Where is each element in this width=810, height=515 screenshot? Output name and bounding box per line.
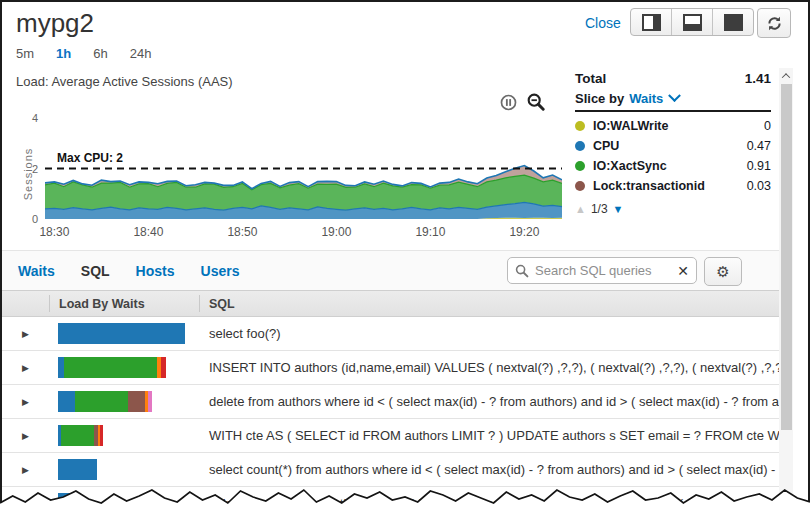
total-label: Total	[575, 71, 606, 86]
legend-item-value: 0	[764, 119, 771, 133]
pause-refresh-icon[interactable]	[500, 94, 517, 111]
row-expander-icon[interactable]: ▶	[2, 397, 49, 407]
load-bar-segment	[161, 357, 166, 378]
time-range-5m[interactable]: 5m	[16, 46, 34, 61]
x-tick-18:40: 18:40	[133, 225, 163, 239]
search-input[interactable]	[533, 262, 677, 279]
clear-search-icon[interactable]: ✕	[677, 264, 689, 278]
legend-item[interactable]: IO:XactSync0.91	[575, 156, 771, 176]
sql-text: delete from authors where id < ( select …	[199, 394, 779, 409]
y-tick-2: 2	[12, 163, 38, 175]
slice-by-label: Slice by	[575, 91, 624, 106]
legend-panel: Total 1.41 Slice by Waits IO:WALWrite0CP…	[575, 68, 771, 216]
row-expander-icon[interactable]: ▶	[2, 329, 49, 339]
page-title: mypg2	[16, 8, 94, 39]
legend-item[interactable]: IO:WALWrite0	[575, 116, 771, 136]
scroll-up-icon	[782, 73, 790, 81]
layout-toggle-group	[630, 8, 754, 36]
legend-item[interactable]: CPU0.47	[575, 136, 771, 156]
scrollbar-up-arrow[interactable]	[779, 68, 793, 83]
x-tick-18:50: 18:50	[227, 225, 257, 239]
load-bar	[58, 493, 199, 514]
legend-item-name: IO:WALWrite	[593, 119, 668, 133]
load-bar	[58, 425, 199, 446]
layout-split-right-button[interactable]	[631, 9, 672, 35]
tab-sql[interactable]: SQL	[81, 263, 110, 279]
chevron-down-icon[interactable]	[668, 89, 681, 102]
sql-table: Load By Waits SQL ▶select foo(?)▶INSERT …	[2, 290, 779, 515]
legend-page-label: 1/3	[591, 202, 608, 216]
search-icon	[515, 264, 529, 278]
zoom-out-icon[interactable]	[527, 93, 545, 111]
x-tick-19:20: 19:20	[509, 225, 539, 239]
legend-divider	[575, 110, 771, 112]
slice-by-dropdown[interactable]: Waits	[629, 91, 663, 106]
performance-insights-panel: mypg2 Close 5m1h6h24h Load: Average Acti…	[0, 0, 810, 515]
load-by-waits-header: Load By Waits	[49, 295, 199, 312]
legend-item-value: 0.47	[747, 139, 771, 153]
layout-split-bottom-button[interactable]	[672, 9, 713, 35]
legend-color-dot	[575, 181, 585, 191]
time-range-6h[interactable]: 6h	[93, 46, 107, 61]
x-tick-19:00: 19:00	[321, 225, 351, 239]
load-by-waits-cell	[49, 459, 199, 480]
x-tick-19:10: 19:10	[415, 225, 445, 239]
refresh-button[interactable]	[757, 8, 791, 38]
row-expander-icon[interactable]: ▶	[2, 431, 49, 441]
table-row: ▶WITH cte AS ( SELECT id FROM authors LI…	[2, 419, 779, 453]
dimension-tab-bar: WaitsSQLHostsUsers ✕ ⚙	[2, 250, 779, 291]
close-link[interactable]: Close	[585, 15, 621, 31]
load-bar-segment	[75, 391, 128, 412]
settings-button[interactable]: ⚙	[704, 257, 742, 286]
load-by-waits-cell	[49, 425, 199, 446]
x-tick-18:30: 18:30	[39, 225, 69, 239]
vertical-scrollbar[interactable]	[779, 68, 793, 515]
legend-color-dot	[575, 121, 585, 131]
load-bar-segment	[61, 425, 94, 446]
load-by-waits-cell	[49, 493, 199, 514]
time-range-24h[interactable]: 24h	[130, 46, 152, 61]
max-cpu-label: Max CPU: 2	[57, 151, 123, 165]
tab-waits[interactable]: Waits	[18, 263, 55, 279]
sql-column-header: SQL	[199, 295, 779, 312]
load-bar	[58, 357, 199, 378]
search-box: ✕	[507, 257, 697, 284]
legend-item-name: CPU	[593, 139, 619, 153]
table-row: ▶select count(*) from authors where id <…	[2, 487, 779, 515]
legend-page-up-icon[interactable]: ▲	[575, 203, 586, 215]
row-expander-icon[interactable]: ▶	[2, 363, 49, 373]
time-range-1h[interactable]: 1h	[56, 46, 71, 61]
load-section-title: Load: Average Active Sessions (AAS)	[16, 74, 233, 89]
sql-text: select count(*) from authors where id < …	[199, 496, 779, 511]
load-by-waits-cell	[49, 357, 199, 378]
full-pane-icon	[724, 14, 743, 31]
load-bar-segment	[58, 323, 185, 344]
load-bar	[58, 323, 199, 344]
tab-users[interactable]: Users	[201, 263, 240, 279]
legend-page-down-icon[interactable]: ▼	[613, 203, 624, 215]
table-row: ▶select count(*) from authors where id <…	[2, 453, 779, 487]
split-bottom-icon	[683, 14, 702, 31]
total-value: 1.41	[745, 71, 771, 86]
load-bar	[58, 459, 199, 480]
legend-item-value: 0.91	[747, 159, 771, 173]
legend-item[interactable]: Lock:transactionid0.03	[575, 176, 771, 196]
load-by-waits-cell	[49, 391, 199, 412]
layout-full-button[interactable]	[713, 9, 753, 35]
load-bar-segment	[148, 391, 152, 412]
sql-text: select count(*) from authors where id < …	[199, 462, 779, 477]
legend-color-dot	[575, 141, 585, 151]
legend-item-name: IO:XactSync	[593, 159, 667, 173]
legend-item-value: 0.03	[747, 179, 771, 193]
row-expander-icon[interactable]: ▶	[2, 465, 49, 475]
expander-column-header	[2, 295, 49, 312]
scrollbar-thumb[interactable]	[781, 84, 792, 430]
load-by-waits-cell	[49, 323, 199, 344]
table-row: ▶INSERT INTO authors (id,name,email) VAL…	[2, 351, 779, 385]
refresh-icon	[767, 16, 782, 31]
tab-hosts[interactable]: Hosts	[136, 263, 175, 279]
sql-text: select foo(?)	[199, 326, 779, 341]
load-bar-segment	[64, 357, 157, 378]
legend-item-name: Lock:transactionid	[593, 179, 705, 193]
row-expander-icon[interactable]: ▶	[2, 499, 49, 509]
